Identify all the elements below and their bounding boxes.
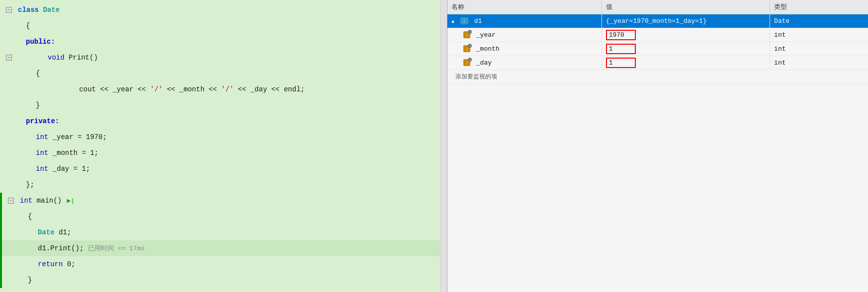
collapse-btn-13[interactable]: − <box>4 198 18 204</box>
col-header-type: 类型 <box>770 0 868 14</box>
year-name-label: _year <box>476 31 496 39</box>
code-line-13: − int main() ▶| <box>0 193 447 209</box>
brace-open-print: { <box>16 70 40 77</box>
keyword-int-main: int <box>20 197 37 205</box>
code-line-8: private: <box>0 113 447 129</box>
cout-statement: cout << _year << '/' << _month << '/' <<… <box>16 77 305 101</box>
func-main: main() <box>37 197 66 205</box>
watch-name-d1: ▲ i d1 <box>447 14 602 28</box>
icon-day: i <box>463 59 470 66</box>
watch-panel: 名称 值 类型 ▲ i d1 {_year=1970_month=1_day=1… <box>447 0 868 292</box>
watch-name-day: i _day <box>447 56 602 70</box>
stmt-return: return 0; <box>18 260 76 268</box>
code-line-9: int _year = 1970; <box>0 129 447 145</box>
day-name-label: _day <box>476 59 492 67</box>
add-watch-label[interactable]: 添加要监视的项 <box>451 72 501 82</box>
code-line-1: − class Date <box>0 2 447 18</box>
code-line-12: }; <box>0 177 447 193</box>
watch-type-d1: Date <box>770 14 868 28</box>
watch-type-month: int <box>770 42 868 56</box>
code-panel: − class Date { public: − void Print() <box>0 0 447 292</box>
keyword-class: class <box>18 6 43 14</box>
col-header-name: 名称 <box>447 0 602 14</box>
brace-close-print: } <box>16 101 40 109</box>
month-name-label: _month <box>476 45 500 53</box>
watch-value-year: 1970 <box>602 28 770 42</box>
keyword-void: void <box>48 54 69 62</box>
month-value-label: 1 <box>609 45 613 53</box>
col-header-value: 值 <box>602 0 770 14</box>
watch-table: 名称 值 类型 ▲ i d1 {_year=1970_month=1_day=1… <box>447 0 868 84</box>
var-month: int _month = 1; <box>16 149 98 157</box>
code-line-3: public: <box>0 34 447 50</box>
icon-month: i <box>463 45 470 52</box>
watch-name-month: i _month <box>447 42 602 56</box>
watch-row-add[interactable]: 添加要监视的项 <box>447 70 868 83</box>
watch-value-d1: {_year=1970_month=1_day=1} <box>602 14 770 28</box>
d1-name-label: d1 <box>474 17 482 25</box>
classname-date: Date <box>43 6 60 14</box>
watch-value-day: 1 <box>602 56 770 70</box>
add-watch-cell[interactable]: 添加要监视的项 <box>447 70 868 83</box>
expand-arrow-d1[interactable]: ▲ <box>451 19 454 24</box>
var-day: int _day = 1; <box>16 165 90 173</box>
icon-d1: i <box>460 17 468 24</box>
day-value-label: 1 <box>609 59 613 67</box>
exec-arrow-icon: ▶| <box>67 197 75 205</box>
brace-open-main: { <box>18 213 32 220</box>
month-value-box: 1 <box>606 44 636 54</box>
watch-value-month: 1 <box>602 42 770 56</box>
day-value-box: 1 <box>606 58 636 68</box>
code-line-18: } <box>0 272 447 288</box>
watch-row-year[interactable]: i _year 1970 int <box>447 28 868 42</box>
watch-type-day: int <box>770 56 868 70</box>
stmt-date-d1: Date d1; <box>18 228 71 236</box>
code-line-15: Date d1; <box>0 224 447 240</box>
stmt-print: d1.Print(); 已用时间 <= 17ms <box>18 244 145 253</box>
code-line-6: cout << _year << '/' << _month << '/' <<… <box>0 81 447 97</box>
keyword-public: public: <box>16 38 55 46</box>
collapse-btn-4[interactable]: − <box>2 55 16 61</box>
code-line-17: return 0; <box>0 256 447 272</box>
watch-row-month[interactable]: i _month 1 int <box>447 42 868 56</box>
watch-type-year: int <box>770 28 868 42</box>
year-value-label: 1970 <box>609 31 624 39</box>
code-line-14: { <box>0 209 447 224</box>
func-print: Print() <box>69 54 98 62</box>
watch-table-header: 名称 值 类型 <box>447 0 868 14</box>
icon-year: i <box>463 31 470 38</box>
code-line-4: − void Print() <box>0 50 447 66</box>
year-value-box: 1970 <box>606 30 636 40</box>
code-line-10: int _month = 1; <box>0 145 447 161</box>
brace-open-class: { <box>16 22 30 30</box>
watch-name-year: i _year <box>447 28 602 42</box>
code-content: − class Date { public: − void Print() <box>0 0 447 292</box>
code-line-11: int _day = 1; <box>0 161 447 177</box>
d1-value-label: {_year=1970_month=1_day=1} <box>606 17 707 25</box>
code-scrollbar[interactable] <box>440 0 447 292</box>
code-line-2: { <box>0 18 447 34</box>
watch-row-d1[interactable]: ▲ i d1 {_year=1970_month=1_day=1} Date <box>447 14 868 28</box>
keyword-private: private: <box>16 117 59 125</box>
code-line-16: d1.Print(); 已用时间 <= 17ms <box>0 240 447 256</box>
brace-close-main: } <box>18 276 32 284</box>
watch-row-day[interactable]: i _day 1 int <box>447 56 868 70</box>
var-year: int _year = 1970; <box>16 133 107 141</box>
collapse-btn-1[interactable]: − <box>2 7 16 13</box>
brace-close-class: }; <box>16 181 34 189</box>
